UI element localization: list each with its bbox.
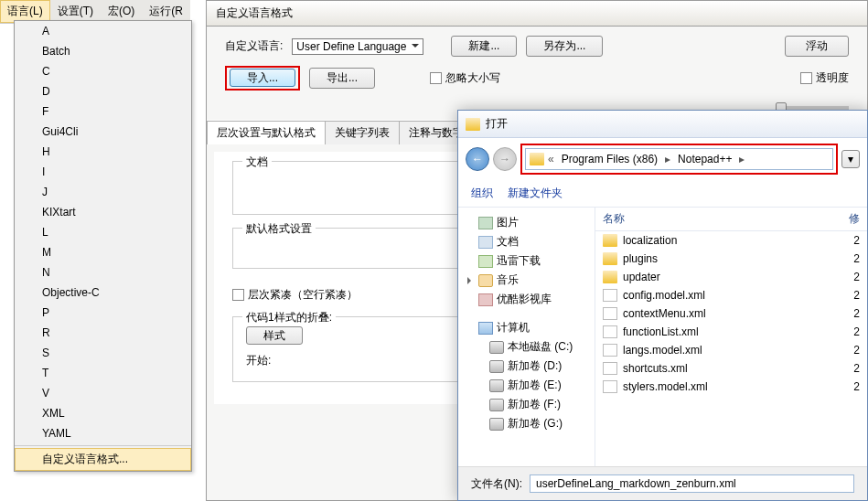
file-icon — [603, 380, 617, 393]
tree-item[interactable]: 音乐 — [462, 271, 591, 290]
address-bar[interactable]: « Program Files (x86) ▸ Notepad++ ▸ — [525, 148, 833, 170]
tree-item-label: 本地磁盘 (C:) — [508, 339, 573, 355]
lang-item[interactable]: P — [15, 303, 191, 323]
breadcrumb-seg[interactable]: Program Files (x86) — [558, 151, 661, 167]
file-date: 2 — [853, 380, 860, 393]
lang-item[interactable]: D — [15, 81, 191, 101]
lang-item[interactable]: F — [15, 101, 191, 122]
group-doc-legend: 文档 — [242, 155, 272, 170]
lang-item[interactable]: KIXtart — [15, 202, 191, 222]
label-filename: 文件名(N): — [471, 476, 522, 492]
drv-icon — [489, 399, 504, 411]
ignorecase-checkbox[interactable]: 忽略大小写 — [430, 70, 500, 86]
toolbar-organize[interactable]: 组织 — [471, 186, 493, 201]
lang-item[interactable]: C — [15, 61, 191, 81]
tree-item-label: 图片 — [497, 215, 519, 230]
fold-compact-checkbox[interactable]: 层次紧凑（空行紧凑） — [232, 287, 358, 303]
tree-item-label: 文档 — [497, 234, 519, 250]
tree-item[interactable]: 文档 — [462, 232, 591, 251]
lang-item[interactable]: J — [15, 182, 191, 202]
tree-item[interactable]: 新加卷 (F:) — [462, 395, 591, 414]
import-button[interactable]: 导入... — [230, 69, 295, 87]
file-row[interactable]: contextMenu.xml2 — [595, 304, 867, 323]
breadcrumb-seg[interactable]: Notepad++ — [674, 151, 735, 167]
chevron-icon: « — [548, 153, 554, 165]
tree-item-label: 新加卷 (E:) — [508, 378, 562, 393]
transparency-checkbox[interactable]: 透明度 — [800, 70, 849, 86]
lang-item[interactable]: M — [15, 242, 191, 262]
col-mod[interactable]: 修 — [849, 211, 860, 227]
lang-item[interactable]: V — [15, 383, 191, 403]
export-button[interactable]: 导出... — [309, 68, 375, 89]
language-menu: A Batch C D F Gui4Cli H I J KIXtart L M … — [14, 20, 192, 472]
tab-keywords[interactable]: 关键字列表 — [325, 121, 400, 144]
file-date: 2 — [853, 271, 860, 283]
lang-item[interactable]: Batch — [15, 41, 191, 61]
vid-icon — [478, 293, 493, 306]
toolbar-newfolder[interactable]: 新建文件夹 — [508, 186, 563, 201]
style2-button[interactable]: 样式 — [246, 326, 303, 345]
float-button[interactable]: 浮动 — [785, 36, 849, 57]
lang-item[interactable]: Objective-C — [15, 282, 191, 303]
doc-icon — [478, 236, 493, 249]
lang-item-custom[interactable]: 自定义语言格式... — [15, 448, 191, 471]
new-button[interactable]: 新建... — [451, 36, 517, 57]
file-row[interactable]: stylers.model.xml2 — [595, 378, 867, 396]
tree-item-label: 新加卷 (F:) — [508, 397, 561, 412]
file-row[interactable]: langs.model.xml2 — [595, 341, 867, 359]
col-name[interactable]: 名称 — [603, 211, 849, 227]
dl-icon — [478, 255, 493, 268]
file-date: 2 — [853, 307, 860, 320]
label-customlang: 自定义语言: — [225, 38, 283, 54]
refresh-button[interactable]: ▾ — [841, 150, 860, 168]
lang-item[interactable]: H — [15, 142, 191, 162]
nav-back-button[interactable]: ← — [466, 147, 489, 171]
tree-item-label: 计算机 — [497, 320, 530, 336]
file-date: 2 — [853, 362, 860, 375]
file-icon — [603, 325, 617, 338]
file-row[interactable]: plugins2 — [595, 250, 867, 268]
nav-fwd-button[interactable]: → — [493, 147, 517, 171]
comp-icon — [478, 322, 493, 335]
lang-item[interactable]: A — [15, 21, 191, 41]
drv-icon — [489, 379, 504, 392]
tab-folding[interactable]: 层次设置与默认格式 — [207, 121, 326, 144]
file-date: 2 — [853, 252, 860, 265]
file-date: 2 — [853, 344, 860, 357]
lang-item[interactable]: R — [15, 323, 191, 343]
lang-item[interactable]: T — [15, 363, 191, 383]
tree-item[interactable]: 本地磁盘 (C:) — [462, 337, 591, 357]
file-row[interactable]: functionList.xml2 — [595, 323, 867, 341]
folder-icon — [530, 153, 544, 165]
tree-item[interactable]: 新加卷 (E:) — [462, 376, 591, 395]
file-name: stylers.model.xml — [623, 380, 848, 393]
file-row[interactable]: shortcuts.xml2 — [595, 359, 867, 378]
tree-item[interactable]: 新加卷 (G:) — [462, 414, 591, 433]
folder-icon — [603, 271, 617, 283]
file-row[interactable]: localization2 — [595, 231, 867, 250]
file-row[interactable]: config.model.xml2 — [595, 286, 867, 304]
file-row[interactable]: updater2 — [595, 268, 867, 286]
import-highlight: 导入... — [225, 66, 300, 91]
lang-item[interactable]: I — [15, 162, 191, 182]
file-name: langs.model.xml — [623, 344, 848, 357]
lang-item[interactable]: Gui4Cli — [15, 122, 191, 142]
lang-item[interactable]: XML — [15, 403, 191, 423]
lang-item[interactable]: YAML — [15, 423, 191, 443]
open-dialog-title: 打开 — [486, 116, 508, 132]
lang-item[interactable]: N — [15, 262, 191, 282]
tree-item[interactable]: 迅雷下载 — [462, 251, 591, 271]
file-name: contextMenu.xml — [623, 307, 848, 320]
select-language[interactable]: User Define Language — [292, 38, 423, 55]
file-date: 2 — [853, 234, 860, 247]
file-icon — [603, 307, 617, 320]
tree-item[interactable]: 优酷影视库 — [462, 290, 591, 309]
filename-input[interactable]: userDefineLang_markdown_zenburn.xml — [530, 474, 854, 493]
tree-item[interactable]: 图片 — [462, 213, 591, 232]
file-name: shortcuts.xml — [623, 362, 848, 375]
tree-item[interactable]: 计算机 — [462, 318, 591, 337]
saveas-button[interactable]: 另存为... — [526, 36, 603, 57]
lang-item[interactable]: S — [15, 343, 191, 363]
tree-item[interactable]: 新加卷 (D:) — [462, 357, 591, 376]
lang-item[interactable]: L — [15, 222, 191, 242]
